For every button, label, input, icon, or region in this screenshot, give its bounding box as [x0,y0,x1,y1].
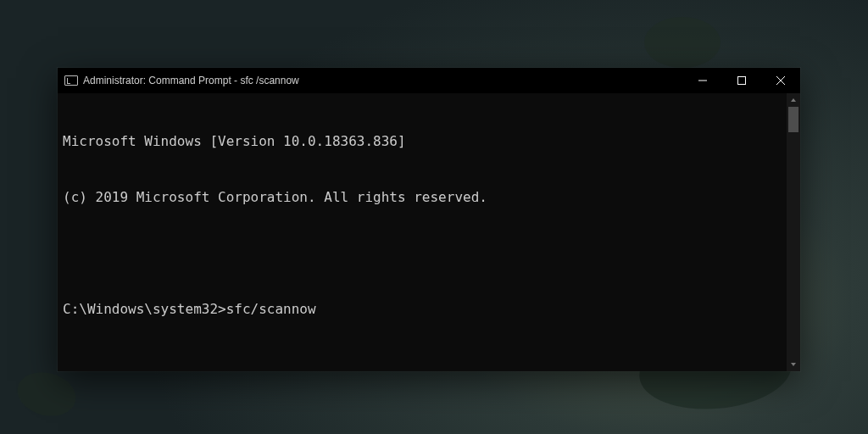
command-prompt-window: Administrator: Command Prompt - sfc /sca… [58,68,800,371]
output-line: (c) 2019 Microsoft Corporation. All righ… [63,188,783,207]
scroll-down-icon[interactable] [787,358,800,371]
terminal-output[interactable]: Microsoft Windows [Version 10.0.18363.83… [58,93,787,371]
minimize-button[interactable] [683,68,722,93]
output-line: Microsoft Windows [Version 10.0.18363.83… [63,132,783,151]
close-button[interactable] [761,68,800,93]
client-area: Microsoft Windows [Version 10.0.18363.83… [58,93,800,371]
svg-rect-2 [738,77,746,85]
maximize-button[interactable] [722,68,761,93]
scrollbar-thumb[interactable] [788,107,798,132]
titlebar[interactable]: Administrator: Command Prompt - sfc /sca… [58,68,800,93]
output-line: C:\Windows\system32>sfc/scannow [63,300,783,319]
vertical-scrollbar[interactable] [787,93,800,371]
window-title: Administrator: Command Prompt - sfc /sca… [83,75,299,86]
cmd-icon [64,75,78,86]
output-line [63,356,783,371]
output-line [63,244,783,263]
scroll-up-icon[interactable] [787,93,800,107]
